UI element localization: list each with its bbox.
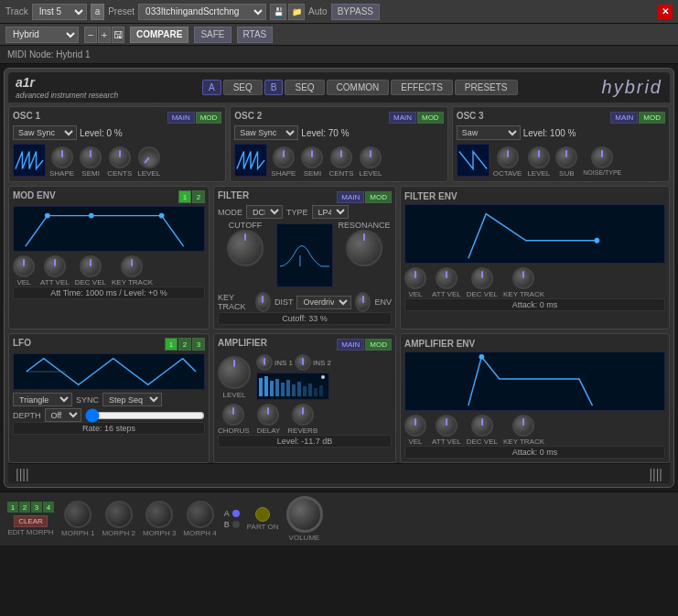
mod-env-num2[interactable]: 2: [192, 190, 205, 203]
close-button[interactable]: ✕: [658, 5, 673, 19]
morph3-knob[interactable]: [145, 501, 173, 528]
morph-num-1[interactable]: 1: [7, 502, 18, 513]
osc1-cents-knob-ctrl[interactable]: [109, 146, 131, 168]
morph-num-2[interactable]: 2: [19, 502, 30, 513]
floppy-button[interactable]: 🖫: [112, 27, 124, 43]
filter-key-track-knob[interactable]: [255, 292, 271, 312]
lfo-sync-select[interactable]: Step Seq: [102, 393, 162, 406]
tab-effects[interactable]: EFFECTS: [391, 80, 453, 95]
tab-presets[interactable]: PRESETS: [455, 80, 518, 95]
save-icon[interactable]: 💾: [270, 4, 286, 20]
mod-env-dec-vel-knob-ctrl[interactable]: [80, 255, 102, 277]
osc3-noise-knob: NOISE/TYPE: [583, 146, 621, 178]
amp-env-dec-vel-knob-ctrl[interactable]: [471, 415, 493, 437]
filter-env-dec-vel-knob-ctrl[interactable]: [471, 267, 493, 289]
osc2-level-knob-ctrl[interactable]: [360, 146, 382, 168]
tab-b[interactable]: B: [264, 80, 284, 95]
mod-env-num1[interactable]: 1: [178, 190, 191, 203]
osc2-main-btn[interactable]: MAIN: [389, 112, 416, 124]
filter-env-vel-knob-ctrl[interactable]: [404, 267, 426, 289]
filter-env-key-track-knob-ctrl[interactable]: [512, 267, 534, 289]
filter-type-select[interactable]: LP4: [312, 205, 349, 219]
part-on-button[interactable]: [255, 507, 270, 522]
osc1-wave-select[interactable]: Saw Sync: [13, 125, 77, 140]
osc3-sub-knob-ctrl[interactable]: [555, 146, 577, 168]
osc1-main-btn[interactable]: MAIN: [167, 112, 195, 124]
reverb-knob[interactable]: [292, 404, 314, 426]
filter-main-mod: MAIN MOD: [337, 191, 392, 203]
osc2-shape-knob-ctrl[interactable]: [273, 146, 295, 168]
osc2-semi-knob-ctrl[interactable]: [301, 146, 323, 168]
resonance-knob[interactable]: [346, 230, 382, 266]
safe-button[interactable]: SAFE: [194, 27, 231, 43]
minus-button[interactable]: −: [84, 27, 97, 43]
osc3-wave-select[interactable]: Saw: [457, 125, 521, 140]
osc2-cents-knob-ctrl[interactable]: [330, 146, 352, 168]
morph-num-3[interactable]: 3: [31, 502, 42, 513]
filter-env-att-vel-knob-ctrl[interactable]: [436, 267, 457, 289]
volume-knob[interactable]: [286, 496, 323, 533]
filter-env-knob[interactable]: [355, 292, 371, 312]
bypass-button[interactable]: BYPASS: [331, 4, 380, 20]
svg-rect-11: [286, 380, 290, 396]
lfo-wave-select[interactable]: Triangle: [13, 393, 72, 406]
amp-env-key-track-knob-ctrl[interactable]: [512, 415, 534, 437]
amp-env-att-vel-knob-ctrl[interactable]: [436, 415, 457, 437]
rtas-button[interactable]: RTAS: [237, 27, 274, 43]
compare-button[interactable]: COMPARE: [130, 27, 188, 43]
inst-select[interactable]: Inst 5: [32, 4, 87, 20]
a-button[interactable]: a: [91, 4, 105, 20]
osc3-main-btn[interactable]: MAIN: [610, 112, 638, 124]
tab-seq-a[interactable]: SEQ: [223, 80, 263, 95]
tab-a[interactable]: A: [202, 80, 221, 95]
morph4-knob[interactable]: [187, 501, 214, 528]
amp-level-knob[interactable]: [218, 356, 251, 389]
filter-mode-select[interactable]: DCF: [246, 205, 283, 219]
tab-common[interactable]: COMMON: [327, 80, 390, 95]
folder-icon[interactable]: 📁: [288, 4, 305, 20]
mod-env-key-track-knob-ctrl[interactable]: [121, 255, 143, 277]
morph2-knob[interactable]: [105, 501, 133, 528]
hybrid-select[interactable]: Hybrid: [5, 27, 79, 43]
plus-button[interactable]: +: [98, 27, 111, 43]
osc1-level-knob-ctrl[interactable]: [134, 142, 165, 173]
amp-ins1-knob[interactable]: [256, 354, 273, 371]
osc3-mod-btn[interactable]: MOD: [639, 112, 665, 124]
pm-buttons: − + 🖫: [84, 27, 124, 43]
amp-mod-btn[interactable]: MOD: [365, 339, 392, 351]
osc3-level-knob-ctrl[interactable]: [528, 146, 550, 168]
a-label: A: [224, 509, 230, 518]
lfo-depth-select[interactable]: Off: [45, 408, 81, 422]
preset-select[interactable]: 033ItchingandScrtchng: [138, 4, 266, 20]
osc3-octave-knob-ctrl[interactable]: [497, 146, 519, 168]
morph1-knob[interactable]: [64, 501, 91, 528]
filter-main-btn[interactable]: MAIN: [337, 191, 364, 203]
cutoff-knob[interactable]: [227, 230, 264, 266]
lfo-num1[interactable]: 1: [165, 338, 178, 351]
lfo-num2[interactable]: 2: [178, 338, 191, 351]
delay-knob[interactable]: [257, 404, 279, 426]
midi-node: MIDI Node: Hybrid 1: [0, 46, 678, 64]
mod-env-vel-knob-ctrl[interactable]: [13, 255, 35, 277]
osc3-noise-knob-ctrl[interactable]: [591, 146, 613, 168]
osc1-semi-knob-ctrl[interactable]: [80, 146, 102, 168]
filter-mod-btn[interactable]: MOD: [365, 191, 392, 203]
filter-panel: FILTER MAIN MOD MODE DCF TYPE LP4 CUTOFF: [213, 186, 396, 330]
tab-seq-b[interactable]: SEQ: [285, 80, 324, 95]
amp-ins2-knob[interactable]: [295, 354, 311, 371]
osc2-mod-btn[interactable]: MOD: [417, 112, 444, 124]
clear-button[interactable]: CLEAR: [14, 515, 48, 527]
svg-point-18: [321, 375, 325, 379]
osc1-mod-btn[interactable]: MOD: [196, 112, 222, 124]
amp-env-vel-knob-ctrl[interactable]: [404, 415, 426, 437]
mod-env-att-vel-knob-ctrl[interactable]: [44, 255, 66, 277]
amp-main-btn[interactable]: MAIN: [337, 339, 364, 351]
chorus-knob[interactable]: [222, 404, 244, 426]
lfo-depth-slider[interactable]: [85, 410, 205, 421]
dist-select[interactable]: Overdrive: [296, 296, 351, 309]
morph-num-4[interactable]: 4: [43, 502, 54, 513]
resonance-label: RESONANCE: [337, 221, 392, 230]
osc2-wave-select[interactable]: Saw Sync: [234, 125, 298, 140]
osc1-shape-knob-ctrl[interactable]: [51, 146, 73, 168]
lfo-num3[interactable]: 3: [192, 338, 205, 351]
